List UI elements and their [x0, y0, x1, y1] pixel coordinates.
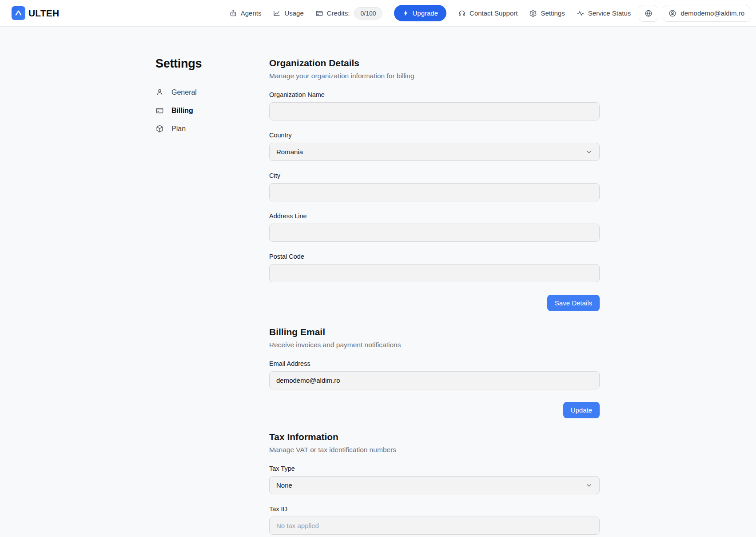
sidebar-item-plan[interactable]: Plan	[155, 123, 269, 134]
nav-service-status-label: Service Status	[588, 9, 631, 17]
save-details-button[interactable]: Save Details	[547, 295, 600, 311]
city-input[interactable]	[269, 183, 600, 201]
tax-type-select[interactable]: None	[269, 476, 600, 494]
credit-card-icon	[155, 106, 164, 115]
account-email: demodemo@aldim.ro	[680, 9, 744, 17]
organization-name-group: Organization Name	[269, 91, 600, 120]
organization-name-input[interactable]	[269, 102, 600, 120]
ulteh-logo-icon	[12, 6, 25, 20]
postal-code-label: Postal Code	[269, 252, 600, 260]
billing-email-section: Billing Email Receive invoices and payme…	[269, 326, 600, 418]
section-title: Tax Information	[269, 431, 600, 443]
language-button[interactable]	[639, 5, 658, 22]
robot-icon	[229, 9, 237, 17]
navbar-end: demodemo@aldim.ro	[639, 5, 750, 22]
sidebar-item-label: Plan	[171, 125, 186, 133]
lightning-icon	[402, 10, 409, 16]
user-circle-icon	[668, 9, 676, 17]
settings-sidebar: Settings General Billing	[155, 57, 269, 535]
address-line-input[interactable]	[269, 224, 600, 242]
section-subtitle: Manage your organization information for…	[269, 71, 600, 80]
nav-settings[interactable]: Settings	[529, 9, 565, 17]
organization-actions: Save Details	[269, 295, 600, 311]
sidebar-item-label: General	[171, 88, 197, 96]
chevron-down-icon	[585, 148, 593, 156]
tax-type-selected-value: None	[276, 481, 292, 489]
top-navbar: ULTEH Agents Usage	[0, 0, 756, 27]
organization-details-section: Organization Details Manage your organiz…	[269, 57, 600, 311]
city-group: City	[269, 172, 600, 201]
tax-information-section: Tax Information Manage VAT or tax identi…	[269, 431, 600, 535]
upgrade-button[interactable]: Upgrade	[394, 5, 447, 21]
nav-agents[interactable]: Agents	[229, 9, 262, 17]
country-group: Country Romania	[269, 131, 600, 161]
email-address-group: Email Address	[269, 360, 600, 389]
chevron-down-icon	[585, 482, 593, 489]
nav-contact-support[interactable]: Contact Support	[458, 9, 517, 17]
address-line-group: Address Line	[269, 212, 600, 242]
sidebar-item-billing[interactable]: Billing	[155, 105, 269, 116]
nav-usage[interactable]: Usage	[273, 9, 303, 17]
activity-icon	[577, 9, 585, 17]
tax-type-label: Tax Type	[269, 465, 600, 473]
nav-credits[interactable]: Credits: 0/100	[315, 7, 382, 20]
organization-name-label: Organization Name	[269, 91, 600, 99]
headset-icon	[458, 9, 466, 17]
usage-chart-icon	[273, 9, 281, 17]
credit-card-icon	[315, 9, 323, 17]
email-address-label: Email Address	[269, 360, 600, 368]
country-label: Country	[269, 131, 600, 139]
tax-id-input[interactable]	[269, 517, 600, 535]
email-address-input[interactable]	[269, 371, 600, 389]
tax-id-group: Tax ID	[269, 505, 600, 535]
sidebar-item-label: Billing	[171, 107, 193, 115]
postal-code-group: Postal Code	[269, 252, 600, 282]
user-icon	[155, 88, 164, 96]
section-title: Billing Email	[269, 326, 600, 338]
section-subtitle: Receive invoices and payment notificatio…	[269, 340, 600, 349]
tax-type-group: Tax Type None	[269, 465, 600, 494]
account-button[interactable]: demodemo@aldim.ro	[663, 5, 750, 22]
billing-email-actions: Update	[269, 402, 600, 418]
address-line-label: Address Line	[269, 212, 600, 220]
credits-badge: 0/100	[354, 7, 382, 20]
brand-name: ULTEH	[28, 8, 59, 19]
nav-usage-label: Usage	[284, 9, 303, 17]
city-label: City	[269, 172, 600, 180]
upgrade-label: Upgrade	[413, 9, 438, 17]
section-title: Organization Details	[269, 57, 600, 69]
nav-service-status[interactable]: Service Status	[577, 9, 631, 17]
tax-id-label: Tax ID	[269, 505, 600, 513]
postal-code-input[interactable]	[269, 264, 600, 282]
sidebar-item-general[interactable]: General	[155, 87, 269, 98]
globe-icon	[645, 9, 653, 17]
nav-agents-label: Agents	[241, 9, 262, 17]
nav-contact-support-label: Contact Support	[470, 9, 517, 17]
navbar-right: Agents Usage Credits: 0/100	[229, 5, 750, 22]
package-icon	[155, 124, 164, 133]
billing-settings-main: Organization Details Manage your organiz…	[269, 57, 600, 535]
country-selected-value: Romania	[276, 148, 303, 156]
settings-page: Settings General Billing	[0, 27, 756, 535]
update-email-button[interactable]: Update	[563, 402, 600, 418]
gear-icon	[529, 9, 537, 17]
brand-logo[interactable]: ULTEH	[12, 6, 59, 20]
section-subtitle: Manage VAT or tax identification numbers	[269, 445, 600, 454]
nav-settings-label: Settings	[541, 9, 565, 17]
nav-credits-label: Credits:	[327, 9, 350, 17]
country-select[interactable]: Romania	[269, 143, 600, 161]
page-title: Settings	[155, 57, 269, 71]
